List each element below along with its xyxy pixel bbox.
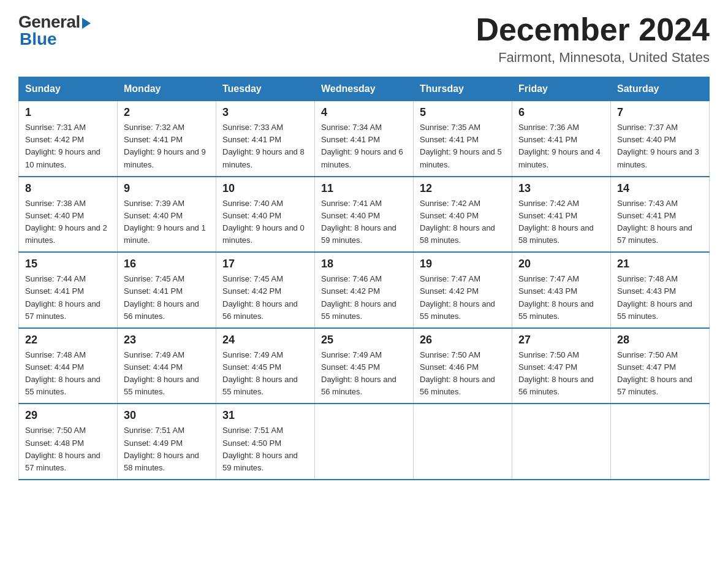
- calendar-cell: 1 Sunrise: 7:31 AMSunset: 4:42 PMDayligh…: [19, 101, 118, 177]
- calendar-cell: 30 Sunrise: 7:51 AMSunset: 4:49 PMDaylig…: [118, 404, 216, 480]
- day-number: 5: [420, 106, 506, 119]
- weekday-header-tuesday: Tuesday: [216, 77, 315, 101]
- calendar-cell: 25 Sunrise: 7:49 AMSunset: 4:45 PMDaylig…: [315, 328, 414, 404]
- day-number: 10: [222, 182, 308, 195]
- calendar-cell: 4 Sunrise: 7:34 AMSunset: 4:41 PMDayligh…: [315, 101, 414, 177]
- calendar-cell: 15 Sunrise: 7:44 AMSunset: 4:41 PMDaylig…: [19, 252, 118, 328]
- day-info: Sunrise: 7:47 AMSunset: 4:43 PMDaylight:…: [518, 274, 594, 320]
- calendar-table: SundayMondayTuesdayWednesdayThursdayFrid…: [18, 77, 710, 480]
- day-number: 13: [518, 182, 604, 195]
- calendar-cell: [414, 404, 512, 480]
- day-info: Sunrise: 7:45 AMSunset: 4:41 PMDaylight:…: [124, 274, 199, 320]
- day-number: 18: [321, 258, 407, 270]
- calendar-week-row: 15 Sunrise: 7:44 AMSunset: 4:41 PMDaylig…: [19, 252, 710, 328]
- calendar-cell: 3 Sunrise: 7:33 AMSunset: 4:41 PMDayligh…: [216, 101, 315, 177]
- day-info: Sunrise: 7:42 AMSunset: 4:41 PMDaylight:…: [518, 199, 594, 245]
- day-info: Sunrise: 7:34 AMSunset: 4:41 PMDaylight:…: [321, 123, 403, 169]
- day-info: Sunrise: 7:39 AMSunset: 4:40 PMDaylight:…: [124, 199, 206, 245]
- calendar-week-row: 8 Sunrise: 7:38 AMSunset: 4:40 PMDayligh…: [19, 177, 710, 253]
- calendar-cell: 21 Sunrise: 7:48 AMSunset: 4:43 PMDaylig…: [611, 252, 710, 328]
- day-info: Sunrise: 7:45 AMSunset: 4:42 PMDaylight:…: [222, 274, 298, 320]
- day-info: Sunrise: 7:50 AMSunset: 4:48 PMDaylight:…: [25, 426, 100, 472]
- day-number: 20: [518, 258, 604, 270]
- day-info: Sunrise: 7:31 AMSunset: 4:42 PMDaylight:…: [25, 123, 100, 169]
- day-number: 31: [222, 409, 308, 422]
- day-number: 21: [617, 258, 703, 270]
- day-info: Sunrise: 7:49 AMSunset: 4:45 PMDaylight:…: [222, 350, 298, 396]
- calendar-cell: 26 Sunrise: 7:50 AMSunset: 4:46 PMDaylig…: [414, 328, 512, 404]
- weekday-header-row: SundayMondayTuesdayWednesdayThursdayFrid…: [19, 77, 710, 101]
- calendar-cell: 7 Sunrise: 7:37 AMSunset: 4:40 PMDayligh…: [611, 101, 710, 177]
- day-info: Sunrise: 7:49 AMSunset: 4:45 PMDaylight:…: [321, 350, 396, 396]
- day-info: Sunrise: 7:47 AMSunset: 4:42 PMDaylight:…: [420, 274, 495, 320]
- day-info: Sunrise: 7:48 AMSunset: 4:43 PMDaylight:…: [617, 274, 692, 320]
- calendar-cell: 13 Sunrise: 7:42 AMSunset: 4:41 PMDaylig…: [512, 177, 611, 253]
- calendar-cell: 27 Sunrise: 7:50 AMSunset: 4:47 PMDaylig…: [512, 328, 611, 404]
- calendar-cell: 11 Sunrise: 7:41 AMSunset: 4:40 PMDaylig…: [315, 177, 414, 253]
- day-info: Sunrise: 7:35 AMSunset: 4:41 PMDaylight:…: [420, 123, 502, 169]
- day-info: Sunrise: 7:50 AMSunset: 4:46 PMDaylight:…: [420, 350, 495, 396]
- weekday-header-friday: Friday: [512, 77, 611, 101]
- day-number: 16: [124, 258, 210, 270]
- day-number: 25: [321, 334, 407, 347]
- calendar-cell: 28 Sunrise: 7:50 AMSunset: 4:47 PMDaylig…: [611, 328, 710, 404]
- day-info: Sunrise: 7:37 AMSunset: 4:40 PMDaylight:…: [617, 123, 699, 169]
- day-info: Sunrise: 7:36 AMSunset: 4:41 PMDaylight:…: [518, 123, 601, 169]
- day-number: 2: [124, 106, 210, 119]
- calendar-cell: 8 Sunrise: 7:38 AMSunset: 4:40 PMDayligh…: [19, 177, 118, 253]
- month-title: December 2024: [476, 12, 710, 47]
- calendar-cell: 20 Sunrise: 7:47 AMSunset: 4:43 PMDaylig…: [512, 252, 611, 328]
- day-number: 22: [25, 334, 111, 347]
- calendar-cell: 22 Sunrise: 7:48 AMSunset: 4:44 PMDaylig…: [19, 328, 118, 404]
- calendar-cell: 16 Sunrise: 7:45 AMSunset: 4:41 PMDaylig…: [118, 252, 216, 328]
- location-title: Fairmont, Minnesota, United States: [476, 50, 710, 66]
- day-number: 8: [25, 182, 111, 195]
- calendar-cell: 19 Sunrise: 7:47 AMSunset: 4:42 PMDaylig…: [414, 252, 512, 328]
- calendar-cell: 17 Sunrise: 7:45 AMSunset: 4:42 PMDaylig…: [216, 252, 315, 328]
- weekday-header-thursday: Thursday: [414, 77, 512, 101]
- day-number: 14: [617, 182, 703, 195]
- logo: General Blue: [18, 12, 91, 49]
- day-info: Sunrise: 7:41 AMSunset: 4:40 PMDaylight:…: [321, 199, 396, 245]
- calendar-cell: 31 Sunrise: 7:51 AMSunset: 4:50 PMDaylig…: [216, 404, 315, 480]
- day-info: Sunrise: 7:49 AMSunset: 4:44 PMDaylight:…: [124, 350, 199, 396]
- day-number: 29: [25, 409, 111, 422]
- day-info: Sunrise: 7:48 AMSunset: 4:44 PMDaylight:…: [25, 350, 100, 396]
- calendar-cell: [512, 404, 611, 480]
- calendar-cell: 6 Sunrise: 7:36 AMSunset: 4:41 PMDayligh…: [512, 101, 611, 177]
- day-number: 24: [222, 334, 308, 347]
- title-block: December 2024 Fairmont, Minnesota, Unite…: [476, 12, 710, 66]
- calendar-cell: 9 Sunrise: 7:39 AMSunset: 4:40 PMDayligh…: [118, 177, 216, 253]
- day-number: 23: [124, 334, 210, 347]
- day-info: Sunrise: 7:46 AMSunset: 4:42 PMDaylight:…: [321, 274, 396, 320]
- calendar-cell: 23 Sunrise: 7:49 AMSunset: 4:44 PMDaylig…: [118, 328, 216, 404]
- calendar-cell: 24 Sunrise: 7:49 AMSunset: 4:45 PMDaylig…: [216, 328, 315, 404]
- page-header: General Blue December 2024 Fairmont, Min…: [18, 12, 710, 66]
- day-info: Sunrise: 7:32 AMSunset: 4:41 PMDaylight:…: [124, 123, 206, 169]
- calendar-cell: 18 Sunrise: 7:46 AMSunset: 4:42 PMDaylig…: [315, 252, 414, 328]
- logo-triangle-icon: [82, 18, 91, 29]
- day-number: 6: [518, 106, 604, 119]
- day-info: Sunrise: 7:40 AMSunset: 4:40 PMDaylight:…: [222, 199, 305, 245]
- day-info: Sunrise: 7:42 AMSunset: 4:40 PMDaylight:…: [420, 199, 495, 245]
- day-number: 9: [124, 182, 210, 195]
- day-number: 26: [420, 334, 506, 347]
- day-info: Sunrise: 7:44 AMSunset: 4:41 PMDaylight:…: [25, 274, 100, 320]
- day-info: Sunrise: 7:50 AMSunset: 4:47 PMDaylight:…: [617, 350, 692, 396]
- day-number: 12: [420, 182, 506, 195]
- weekday-header-sunday: Sunday: [19, 77, 118, 101]
- calendar-cell: 2 Sunrise: 7:32 AMSunset: 4:41 PMDayligh…: [118, 101, 216, 177]
- calendar-cell: [315, 404, 414, 480]
- day-number: 19: [420, 258, 506, 270]
- day-number: 28: [617, 334, 703, 347]
- day-info: Sunrise: 7:43 AMSunset: 4:41 PMDaylight:…: [617, 199, 692, 245]
- calendar-cell: 5 Sunrise: 7:35 AMSunset: 4:41 PMDayligh…: [414, 101, 512, 177]
- day-info: Sunrise: 7:50 AMSunset: 4:47 PMDaylight:…: [518, 350, 594, 396]
- calendar-cell: 14 Sunrise: 7:43 AMSunset: 4:41 PMDaylig…: [611, 177, 710, 253]
- day-info: Sunrise: 7:51 AMSunset: 4:50 PMDaylight:…: [222, 426, 298, 472]
- weekday-header-saturday: Saturday: [611, 77, 710, 101]
- day-number: 11: [321, 182, 407, 195]
- day-number: 7: [617, 106, 703, 119]
- calendar-cell: 12 Sunrise: 7:42 AMSunset: 4:40 PMDaylig…: [414, 177, 512, 253]
- weekday-header-monday: Monday: [118, 77, 216, 101]
